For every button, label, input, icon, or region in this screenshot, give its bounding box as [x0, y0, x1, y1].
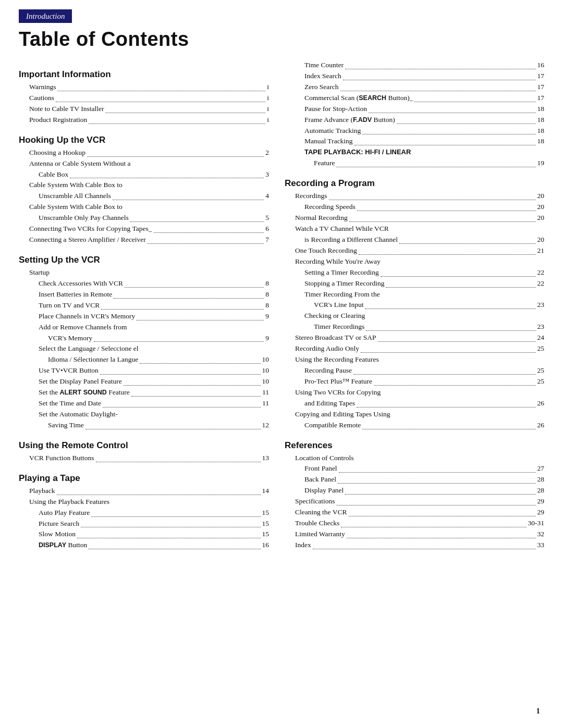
toc-entry: Automatic Tracking 18: [285, 126, 544, 137]
toc-entry: Timer Recording From the: [285, 289, 544, 300]
section-heading: Hooking Up the VCR: [19, 135, 269, 145]
intro-banner: Introduction: [19, 9, 72, 23]
toc-entry: Normal Recording 20: [285, 213, 544, 224]
toc-entry: VCR Function Buttons 13: [19, 453, 269, 464]
toc-entry: Set the Time and Date 11: [19, 398, 269, 409]
toc-entry: Connecting Two VCRs for Copying Tapes_ 6: [19, 224, 269, 235]
toc-entry: Back Panel 28: [285, 474, 544, 485]
toc-entry: Set the ALERT SOUND Feature 11: [19, 387, 269, 398]
toc-entry: Slow Motion 15: [19, 529, 269, 540]
toc-entry: Commercial Scan (SEARCH Button)_ 17: [285, 93, 544, 104]
toc-entry: Specifications 29: [285, 496, 544, 507]
section-heading: Setting Up the VCR: [19, 255, 269, 265]
toc-entry: Product Registration i: [19, 115, 269, 126]
toc-entry: Index 33: [285, 540, 544, 551]
toc-entry: Compatible Remote 26: [285, 420, 544, 431]
toc-entry: Trouble Checks 30-31: [285, 518, 544, 529]
toc-entry: One Touch Recording 21: [285, 245, 544, 256]
toc-entry: Using the Playback Features: [19, 497, 269, 508]
toc-entry: Recording Speeds 20: [285, 202, 544, 213]
toc-entry: Limited Warranty 32: [285, 529, 544, 540]
toc-entry: Unscramble All Channels 4: [19, 191, 269, 202]
toc-entry: Using Two VCRs for Copying: [285, 387, 544, 398]
page-number: 1: [536, 707, 541, 715]
toc-entry: Idioma / Sélectionner la Langue 10: [19, 354, 269, 365]
left-column: Important Information Warnings i Caution…: [19, 60, 279, 551]
toc-entry: Using the Recording Features: [285, 354, 544, 365]
toc-entry: Unscramble Only Pay Channels 5: [19, 213, 269, 224]
toc-entry: VCR's Line Input 23: [285, 300, 544, 311]
toc-entry: Recording Audio Only 25: [285, 343, 544, 354]
toc-entry: and Editing Tapes 26: [285, 398, 544, 409]
toc-entry: Pause for Stop-Action 18: [285, 104, 544, 115]
toc-entry: Time Counter 16: [285, 60, 544, 71]
toc-entry: VCR's Memory 9: [19, 333, 269, 344]
toc-entry: Connecting a Stereo Amplifier / Receiver…: [19, 235, 269, 245]
toc-entry: Watch a TV Channel While VCR: [285, 224, 544, 235]
toc-entry: Insert Batteries in Remote 8: [19, 289, 269, 300]
right-column: Time Counter 16 Index Search 17 Zero Sea…: [279, 60, 544, 551]
toc-entry: Add or Remove Channels from: [19, 322, 269, 333]
toc-entry: Set the Automatic Daylight-: [19, 409, 269, 420]
toc-entry: Cable System With Cable Box to: [19, 202, 269, 213]
toc-entry: Select the Language / Seleccione el: [19, 343, 269, 354]
toc-entry: Location of Controls: [285, 453, 544, 464]
toc-entry: Stopping a Timer Recording 22: [285, 278, 544, 289]
toc-entry: Recording While You're Away: [285, 256, 544, 267]
section-heading: Recording a Program: [285, 178, 544, 189]
section-heading: Important Information: [19, 69, 269, 80]
toc-entry: Timer Recordings 23: [285, 322, 544, 332]
toc-entry: DISPLAY Button 16: [19, 540, 269, 551]
section-heading: Playing a Tape: [19, 473, 269, 484]
toc-entry: Turn on TV and VCR 8: [19, 300, 269, 311]
toc-entry: Check Accessories With VCR 8: [19, 278, 269, 289]
toc-entry: Copying and Editing Tapes Using: [285, 409, 544, 420]
toc-entry: Saving Time 12: [19, 420, 269, 431]
toc-entry: Manual Tracking 18: [285, 136, 544, 147]
toc-entry: Setting a Timer Recording 22: [285, 267, 544, 278]
toc-entry: Playback 14: [19, 486, 269, 497]
toc-entry: Antenna or Cable System Without a: [19, 158, 269, 169]
toc-entry: Checking or Clearing: [285, 311, 544, 322]
toc-entry: Index Search 17: [285, 71, 544, 82]
toc-entry: Note to Cable TV Installer i: [19, 104, 269, 115]
toc-entry: Picture Search 15: [19, 519, 269, 529]
section-heading: References: [285, 440, 544, 451]
toc-entry: TAPE PLAYBACK: HI-FI / LINEAR: [285, 147, 544, 158]
page-title: Table of Contents: [19, 28, 544, 51]
intro-label: Introduction: [26, 12, 65, 20]
toc-entry: Use TV•VCR Button 10: [19, 365, 269, 376]
toc-entry: Feature 19: [285, 158, 544, 169]
toc-entry: Cautions i: [19, 93, 269, 104]
toc-entry: Auto Play Feature 15: [19, 508, 269, 519]
section-heading: Using the Remote Control: [19, 440, 269, 451]
toc-entry: Startup: [19, 267, 269, 278]
toc-entry: Cable Box 3: [19, 169, 269, 180]
toc-entry: Recording Pause 25: [285, 365, 544, 376]
toc-entry: Set the Display Panel Feature 10: [19, 376, 269, 387]
toc-entry: Choosing a Hookup 2: [19, 147, 269, 158]
toc-entry: Stereo Broadcast TV or SAP 24: [285, 332, 544, 343]
toc-entry: Warnings i: [19, 82, 269, 93]
toc-entry: Recordings 20: [285, 191, 544, 202]
toc-entry: Cleaning the VCR 29: [285, 507, 544, 518]
toc-entry: Place Channels in VCR's Memory 9: [19, 311, 269, 322]
toc-entry: Front Panel 27: [285, 463, 544, 474]
toc-entry: Cable System With Cable Box to: [19, 180, 269, 191]
toc-entry: Zero Search 17: [285, 82, 544, 93]
toc-entry: Display Panel 28: [285, 485, 544, 496]
toc-entry: is Recording a Different Channel 20: [285, 235, 544, 245]
toc-entry: Frame Advance (F.ADV Button) 18: [285, 115, 544, 126]
toc-entry: Pro-Tect Plus™ Feature 25: [285, 376, 544, 387]
